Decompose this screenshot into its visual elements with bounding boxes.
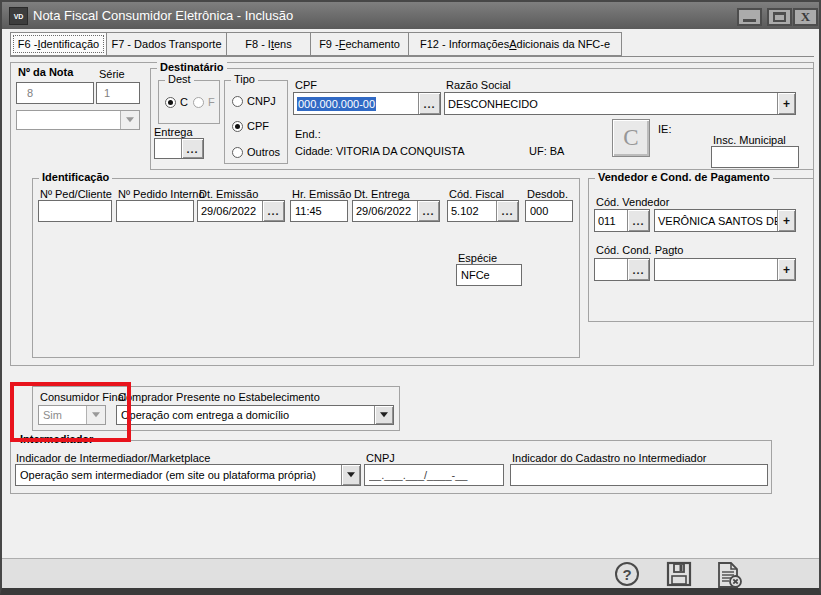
tipo-title: Tipo <box>231 73 258 85</box>
close-button[interactable]: X <box>793 8 818 26</box>
insc-municipal-input[interactable] <box>711 146 799 168</box>
cod-vendedor-code-field[interactable]: 011 ... <box>594 209 650 232</box>
dropdown-arrow-icon[interactable] <box>120 111 139 129</box>
window-title: Nota Fiscal Consumidor Eletrônica - Incl… <box>33 8 293 23</box>
razao-social-field[interactable]: DESCONHECIDO + <box>444 92 796 115</box>
tab-strip: F6 - Identificação F7 - Dados Transporte… <box>10 32 814 57</box>
app-icon: VD <box>9 7 28 25</box>
dest-title: Dest <box>165 73 194 85</box>
indicador-intermediador-label: Indicador de Intermediador/Marketplace <box>16 452 210 464</box>
indicador-intermediador-dropdown[interactable]: Operação sem intermediador (em site ou p… <box>15 464 361 486</box>
radio-disabled-icon <box>193 97 204 108</box>
indicador-cadastro-input[interactable] <box>510 464 768 486</box>
tab-informacoes-adicionais[interactable]: F12 - Informações Adicionais da NFC-e <box>409 32 622 56</box>
plus-button[interactable]: + <box>777 210 795 231</box>
tab-label: dentificação <box>40 38 99 50</box>
cod-fiscal-field[interactable]: 5.102 ... <box>447 200 519 222</box>
tab-label: A <box>509 38 516 50</box>
cancel-button[interactable] <box>714 561 744 589</box>
entrega-field[interactable]: ... <box>154 138 204 159</box>
consumer-c-button[interactable]: C <box>612 119 650 157</box>
natureza-dropdown[interactable] <box>16 110 140 130</box>
insc-municipal-label: Insc. Municipal <box>713 134 786 146</box>
dest-c-label: C <box>180 96 188 108</box>
tipo-cnpj-label: CNPJ <box>247 95 276 107</box>
tipo-radio-cpf[interactable]: CPF <box>232 120 269 132</box>
ped-cliente-input[interactable] <box>38 200 112 222</box>
dest-radio-f[interactable]: F <box>193 96 215 108</box>
ellipsis-button[interactable]: ... <box>418 93 440 114</box>
ellipsis-button[interactable]: ... <box>262 201 284 221</box>
tab-label: echamento <box>345 38 399 50</box>
dropdown-arrow-icon[interactable] <box>341 465 360 485</box>
plus-button[interactable]: + <box>777 93 795 114</box>
dt-entrega-value: 29/06/2022 <box>353 201 417 221</box>
dt-entrega-label: Dt. Entrega <box>354 188 410 200</box>
save-button[interactable] <box>666 561 692 587</box>
dest-radio-c[interactable]: C <box>165 96 188 108</box>
tab-itens[interactable]: F8 - Itens <box>227 32 311 56</box>
ellipsis-button[interactable]: ... <box>496 201 518 221</box>
cpf-value: 000.000.000-00 <box>297 97 376 111</box>
endereco-label: End.: <box>295 128 321 140</box>
cod-vendedor-name-field[interactable]: VERÔNICA SANTOS DE OLIVE + <box>654 209 796 232</box>
tab-label: ens <box>274 38 292 50</box>
hr-emissao-input[interactable] <box>290 200 348 222</box>
cond-pagto-code-field[interactable]: ... <box>594 258 650 281</box>
nota-number-label: Nº da Nota <box>18 66 73 78</box>
ellipsis-button[interactable]: ... <box>627 210 649 231</box>
tab-dados-transporte[interactable]: F7 - Dados Transporte <box>107 32 227 56</box>
desdob-input[interactable] <box>525 200 573 222</box>
dropdown-arrow-icon[interactable] <box>86 406 105 424</box>
hr-emissao-label: Hr. Emissão <box>292 188 351 200</box>
tipo-outros-label: Outros <box>247 146 280 158</box>
dt-entrega-field[interactable]: 29/06/2022 ... <box>352 200 440 222</box>
cod-fiscal-label: Cód. Fiscal <box>449 188 504 200</box>
consumidor-final-dropdown[interactable]: Sim <box>38 405 106 425</box>
especie-label: Espécie <box>458 252 497 264</box>
comprador-presente-value: Operação com entrega a domicílio <box>117 406 374 424</box>
ellipsis-button[interactable]: ... <box>627 259 649 280</box>
uf-label: UF: BA <box>529 145 564 157</box>
help-button[interactable]: ? <box>615 562 639 586</box>
tab-label: F12 - Informações <box>420 38 509 50</box>
especie-input[interactable] <box>456 264 522 286</box>
radio-icon <box>232 96 243 107</box>
cond-pagto-code <box>595 259 627 280</box>
cond-pagto-name-field[interactable]: + <box>654 258 796 281</box>
dest-f-label: F <box>208 96 215 108</box>
tab-label: F7 - Dados Transporte <box>111 38 221 50</box>
tipo-radio-outros[interactable]: Outros <box>232 146 280 158</box>
cod-vendedor-code: 011 <box>595 210 627 231</box>
dt-emissao-label: Dt. Emissão <box>199 188 258 200</box>
plus-button[interactable]: + <box>777 259 795 280</box>
cond-pagto-label: Cód. Cond. Pagto <box>596 244 683 256</box>
comprador-presente-dropdown[interactable]: Operação com entrega a domicílio <box>116 405 394 425</box>
tipo-radio-cnpj[interactable]: CNPJ <box>232 95 276 107</box>
destinatario-title: Destinatário <box>157 61 227 73</box>
tab-label: dicionais da NFC-e <box>517 38 611 50</box>
maximize-icon <box>773 12 786 22</box>
cnpj-label: CNPJ <box>366 452 395 464</box>
ellipsis-button[interactable]: ... <box>417 201 439 221</box>
tab-label: F <box>339 38 346 50</box>
natureza-value <box>17 111 120 129</box>
cnpj-input[interactable] <box>364 464 504 486</box>
dt-emissao-field[interactable]: 29/06/2022 ... <box>197 200 285 222</box>
minimize-button[interactable] <box>737 8 762 26</box>
indicador-intermediador-value: Operação sem intermediador (em site ou p… <box>16 465 341 485</box>
serie-input[interactable] <box>96 82 140 104</box>
cpf-field[interactable]: 000.000.000-00 ... <box>293 92 441 115</box>
ellipsis-button[interactable]: ... <box>181 139 203 158</box>
serie-label: Série <box>99 68 125 80</box>
tab-label: F9 - <box>319 38 339 50</box>
nota-number-input[interactable] <box>16 82 94 104</box>
cond-pagto-name <box>655 259 777 280</box>
dropdown-arrow-icon[interactable] <box>374 406 393 424</box>
tab-fechamento[interactable]: F9 - Fechamento <box>311 32 409 56</box>
title-bar: VD Nota Fiscal Consumidor Eletrônica - I… <box>2 2 819 29</box>
maximize-button[interactable] <box>767 8 792 26</box>
pedido-interno-input[interactable] <box>116 200 194 222</box>
tab-identificacao[interactable]: F6 - Identificação <box>10 32 107 56</box>
bottom-toolbar: ? <box>2 558 819 589</box>
